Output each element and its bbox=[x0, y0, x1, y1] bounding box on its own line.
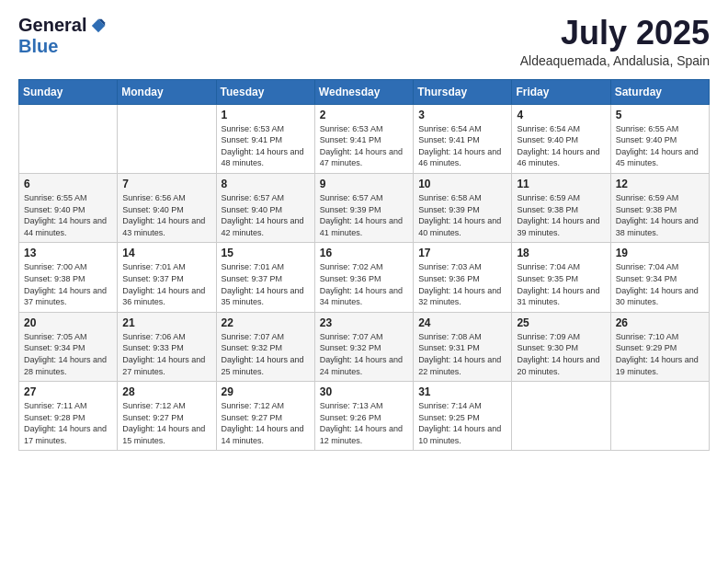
daylight-text: Daylight: 14 hours and 43 minutes. bbox=[122, 216, 205, 237]
day-info: Sunrise: 6:54 AMSunset: 9:41 PMDaylight:… bbox=[418, 123, 506, 169]
sunrise-text: Sunrise: 7:04 AM bbox=[517, 262, 580, 271]
daylight-text: Daylight: 14 hours and 31 minutes. bbox=[517, 286, 599, 307]
sunset-text: Sunset: 9:36 PM bbox=[320, 274, 381, 283]
sunrise-text: Sunrise: 7:11 AM bbox=[24, 401, 87, 410]
daylight-text: Daylight: 14 hours and 36 minutes. bbox=[122, 286, 205, 307]
daylight-text: Daylight: 14 hours and 46 minutes. bbox=[517, 147, 599, 168]
daylight-text: Daylight: 14 hours and 10 minutes. bbox=[418, 424, 501, 445]
day-info: Sunrise: 7:12 AMSunset: 9:27 PMDaylight:… bbox=[122, 400, 210, 446]
daylight-text: Daylight: 14 hours and 32 minutes. bbox=[418, 286, 501, 307]
sunrise-text: Sunrise: 7:00 AM bbox=[24, 262, 87, 271]
day-number: 16 bbox=[320, 247, 408, 259]
day-info: Sunrise: 6:58 AMSunset: 9:39 PMDaylight:… bbox=[418, 192, 506, 238]
header-thursday: Thursday bbox=[414, 79, 512, 104]
daylight-text: Daylight: 14 hours and 41 minutes. bbox=[320, 216, 403, 237]
month-year-title: July 2025 bbox=[520, 15, 710, 52]
calendar-cell-w3-d3: 15Sunrise: 7:01 AMSunset: 9:37 PMDayligh… bbox=[216, 243, 314, 312]
sunrise-text: Sunrise: 7:14 AM bbox=[418, 401, 482, 410]
header-monday: Monday bbox=[118, 79, 216, 104]
calendar-cell-w5-d6 bbox=[512, 382, 610, 451]
sunset-text: Sunset: 9:32 PM bbox=[320, 343, 381, 352]
sunrise-text: Sunrise: 7:10 AM bbox=[616, 332, 679, 341]
day-info: Sunrise: 7:04 AMSunset: 9:34 PMDaylight:… bbox=[616, 261, 704, 307]
daylight-text: Daylight: 14 hours and 37 minutes. bbox=[24, 286, 107, 307]
day-number: 24 bbox=[418, 316, 506, 329]
calendar-cell-w3-d4: 16Sunrise: 7:02 AMSunset: 9:36 PMDayligh… bbox=[314, 243, 413, 312]
sunset-text: Sunset: 9:41 PM bbox=[320, 135, 381, 144]
sunrise-text: Sunrise: 6:56 AM bbox=[122, 193, 186, 202]
sunset-text: Sunset: 9:40 PM bbox=[122, 205, 184, 214]
calendar-cell-w1-d1 bbox=[19, 104, 118, 173]
calendar-cell-w1-d3: 1Sunrise: 6:53 AMSunset: 9:41 PMDaylight… bbox=[216, 104, 314, 173]
daylight-text: Daylight: 14 hours and 27 minutes. bbox=[122, 355, 205, 376]
day-number: 7 bbox=[122, 178, 210, 190]
sunset-text: Sunset: 9:39 PM bbox=[418, 205, 480, 214]
calendar-cell-w2-d2: 7Sunrise: 6:56 AMSunset: 9:40 PMDaylight… bbox=[118, 173, 216, 242]
day-number: 27 bbox=[24, 385, 112, 398]
sunrise-text: Sunrise: 7:12 AM bbox=[122, 401, 186, 410]
day-number: 21 bbox=[122, 316, 210, 329]
daylight-text: Daylight: 14 hours and 46 minutes. bbox=[418, 147, 501, 168]
sunset-text: Sunset: 9:37 PM bbox=[122, 274, 184, 283]
day-number: 20 bbox=[24, 316, 112, 329]
calendar-cell-w4-d6: 25Sunrise: 7:09 AMSunset: 9:30 PMDayligh… bbox=[512, 312, 610, 381]
sunset-text: Sunset: 9:38 PM bbox=[24, 274, 85, 283]
weekday-header-row: Sunday Monday Tuesday Wednesday Thursday… bbox=[19, 79, 710, 104]
day-number: 31 bbox=[418, 385, 506, 398]
day-info: Sunrise: 7:13 AMSunset: 9:26 PMDaylight:… bbox=[320, 400, 408, 446]
sunrise-text: Sunrise: 7:01 AM bbox=[122, 262, 186, 271]
sunrise-text: Sunrise: 6:57 AM bbox=[222, 193, 285, 202]
sunset-text: Sunset: 9:28 PM bbox=[24, 413, 85, 422]
day-info: Sunrise: 7:05 AMSunset: 9:34 PMDaylight:… bbox=[24, 331, 112, 377]
daylight-text: Daylight: 14 hours and 17 minutes. bbox=[24, 424, 107, 445]
calendar-cell-w2-d4: 9Sunrise: 6:57 AMSunset: 9:39 PMDaylight… bbox=[314, 173, 413, 242]
day-number: 13 bbox=[24, 247, 112, 259]
daylight-text: Daylight: 14 hours and 15 minutes. bbox=[122, 424, 205, 445]
day-info: Sunrise: 7:07 AMSunset: 9:32 PMDaylight:… bbox=[222, 331, 310, 377]
sunrise-text: Sunrise: 6:55 AM bbox=[24, 193, 87, 202]
day-info: Sunrise: 7:07 AMSunset: 9:32 PMDaylight:… bbox=[320, 331, 408, 377]
day-number: 1 bbox=[222, 109, 310, 121]
sunrise-text: Sunrise: 7:05 AM bbox=[24, 332, 87, 341]
sunset-text: Sunset: 9:36 PM bbox=[418, 274, 480, 283]
day-info: Sunrise: 6:55 AMSunset: 9:40 PMDaylight:… bbox=[24, 192, 112, 238]
day-info: Sunrise: 6:54 AMSunset: 9:40 PMDaylight:… bbox=[517, 123, 605, 169]
calendar-cell-w3-d6: 18Sunrise: 7:04 AMSunset: 9:35 PMDayligh… bbox=[512, 243, 610, 312]
daylight-text: Daylight: 14 hours and 28 minutes. bbox=[24, 355, 107, 376]
sunrise-text: Sunrise: 7:12 AM bbox=[222, 401, 285, 410]
sunset-text: Sunset: 9:25 PM bbox=[418, 413, 480, 422]
day-number: 10 bbox=[418, 178, 506, 190]
day-info: Sunrise: 7:09 AMSunset: 9:30 PMDaylight:… bbox=[517, 331, 605, 377]
day-number: 25 bbox=[517, 316, 605, 329]
day-number: 23 bbox=[320, 316, 408, 329]
calendar-cell-w1-d4: 2Sunrise: 6:53 AMSunset: 9:41 PMDaylight… bbox=[314, 104, 413, 173]
daylight-text: Daylight: 14 hours and 40 minutes. bbox=[418, 216, 501, 237]
calendar-cell-w5-d4: 30Sunrise: 7:13 AMSunset: 9:26 PMDayligh… bbox=[314, 382, 413, 451]
sunrise-text: Sunrise: 6:57 AM bbox=[320, 193, 383, 202]
calendar-cell-w4-d7: 26Sunrise: 7:10 AMSunset: 9:29 PMDayligh… bbox=[610, 312, 709, 381]
day-info: Sunrise: 7:02 AMSunset: 9:36 PMDaylight:… bbox=[320, 261, 408, 307]
day-number: 29 bbox=[222, 385, 310, 398]
daylight-text: Daylight: 14 hours and 48 minutes. bbox=[222, 147, 304, 168]
title-section: July 2025 Aldeaquemada, Andalusia, Spain bbox=[520, 15, 710, 68]
daylight-text: Daylight: 14 hours and 38 minutes. bbox=[616, 216, 699, 237]
day-number: 6 bbox=[24, 178, 112, 190]
sunset-text: Sunset: 9:38 PM bbox=[517, 205, 578, 214]
calendar-cell-w5-d2: 28Sunrise: 7:12 AMSunset: 9:27 PMDayligh… bbox=[118, 382, 216, 451]
header-tuesday: Tuesday bbox=[216, 79, 314, 104]
header-sunday: Sunday bbox=[19, 79, 118, 104]
sunset-text: Sunset: 9:29 PM bbox=[616, 343, 677, 352]
calendar-cell-w1-d2 bbox=[118, 104, 216, 173]
week-row-4: 20Sunrise: 7:05 AMSunset: 9:34 PMDayligh… bbox=[19, 312, 710, 381]
sunset-text: Sunset: 9:40 PM bbox=[222, 205, 283, 214]
day-number: 19 bbox=[616, 247, 704, 259]
sunrise-text: Sunrise: 7:08 AM bbox=[418, 332, 482, 341]
day-number: 11 bbox=[517, 178, 605, 190]
calendar-cell-w5-d3: 29Sunrise: 7:12 AMSunset: 9:27 PMDayligh… bbox=[216, 382, 314, 451]
sunset-text: Sunset: 9:32 PM bbox=[222, 343, 283, 352]
header-saturday: Saturday bbox=[610, 79, 709, 104]
sunrise-text: Sunrise: 7:07 AM bbox=[320, 332, 383, 341]
day-number: 3 bbox=[418, 109, 506, 121]
calendar-cell-w2-d6: 11Sunrise: 6:59 AMSunset: 9:38 PMDayligh… bbox=[512, 173, 610, 242]
week-row-5: 27Sunrise: 7:11 AMSunset: 9:28 PMDayligh… bbox=[19, 382, 710, 451]
